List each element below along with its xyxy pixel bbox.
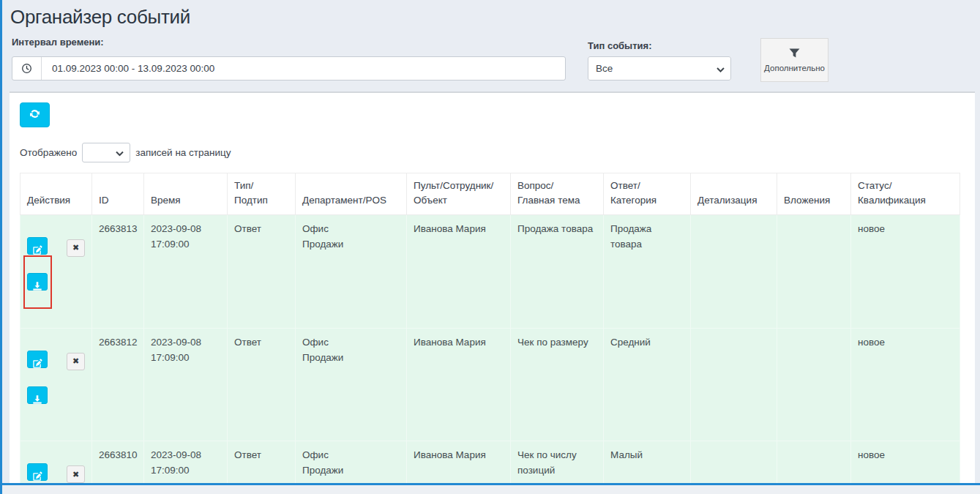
column-header-question: Вопрос/ Главная тема [511,173,604,215]
cell-employee: Иванова Мария [407,328,511,441]
cell-actions: ✖ [20,328,92,441]
interval-input-group [12,56,566,81]
cell-status: новое [851,328,960,441]
cell-type: Ответ [228,441,296,483]
edit-icon [32,234,42,258]
column-header-answer: Ответ/ Категория [604,173,691,215]
delete-event-button[interactable]: ✖ [67,353,85,370]
download-highlight-box [27,371,48,419]
cell-employee: Иванова Мария [407,441,511,483]
cell-id: 2663810 [92,441,144,483]
page-size-select[interactable] [82,143,130,162]
delete-event-button[interactable]: ✖ [67,465,85,483]
more-filters-button[interactable]: Дополнительно [760,38,828,82]
cell-type: Ответ [228,328,296,441]
download-highlight-box [27,258,48,306]
refresh-button[interactable] [20,102,50,127]
cell-detail [691,441,777,483]
column-header-department: Департамент/POS [296,173,407,215]
column-header-id: ID [92,173,144,215]
footer-strip [2,485,980,494]
filter-section: Органайзер событий Интервал времени: Тип… [2,0,980,91]
x-icon: ✖ [72,244,79,252]
filter-icon [789,48,800,59]
x-icon: ✖ [72,357,79,365]
cell-question: Продажа товара [511,215,604,329]
cell-time: 2023-09-08 17:09:00 [144,328,228,441]
cell-type: Ответ [228,215,296,329]
cell-id: 2663813 [92,215,144,329]
cell-department: Офис Продажи [296,441,407,483]
table-row: ✖ 2663810 2023-09-08 17:09:00 Ответ Офис… [20,441,960,483]
cell-attachments [777,215,851,329]
download-icon [32,270,42,293]
table-body: ✖ 2663813 2023-09-08 17:09:00 Ответ Офис… [20,215,960,484]
refresh-icon [29,108,41,122]
page-size-select-wrap [82,143,130,162]
events-table: Действия ID Время Тип/ Подтип Департамен… [20,173,960,483]
panel-bottom-border [0,483,980,485]
window-left-border [0,0,2,494]
edit-icon [32,348,42,371]
event-type-select[interactable]: Все [588,56,731,81]
edit-event-button[interactable] [27,237,48,255]
event-type-select-wrap: Все [588,56,731,81]
cell-department: Офис Продажи [296,328,407,441]
column-header-type: Тип/ Подтип [228,173,296,215]
edit-event-button[interactable] [27,351,48,368]
cell-answer: Малый [604,441,691,483]
cell-status: новое [851,441,960,483]
cell-question: Чек по числу позиций [511,441,604,483]
shown-label: Отображено [20,147,77,158]
cell-department: Офис Продажи [296,215,407,329]
cell-status: новое [851,215,960,329]
edit-icon [32,460,42,483]
event-type-label: Тип события: [588,40,651,51]
cell-time: 2023-09-08 17:09:00 [144,215,228,329]
more-filters-label: Дополнительно [764,64,825,72]
column-header-actions: Действия [20,173,92,215]
table-row: ✖ 2663812 2023-09-08 17:09:00 Ответ Офис… [20,328,960,441]
cell-id: 2663812 [92,328,144,441]
table-row: ✖ 2663813 2023-09-08 17:09:00 Ответ Офис… [20,215,960,329]
page-size-row: Отображено записей на страницу [20,143,231,162]
column-header-time: Время [144,173,228,215]
delete-event-button[interactable]: ✖ [67,239,85,257]
cell-attachments [777,328,851,441]
table-header-row: Действия ID Время Тип/ Подтип Департамен… [20,173,960,215]
cell-actions: ✖ [20,441,92,483]
interval-input[interactable] [42,57,565,80]
column-header-attachments: Вложения [777,173,851,215]
per-page-label: записей на страницу [135,147,231,158]
cell-question: Чек по размеру [511,328,604,441]
cell-actions: ✖ [20,215,92,329]
events-panel: Отображено записей на страницу Действия … [10,91,975,483]
download-icon [32,383,42,407]
page-title: Органайзер событий [10,6,190,29]
cell-time: 2023-09-08 17:09:00 [144,441,228,483]
cell-attachments [777,441,851,483]
clock-icon [12,57,42,80]
interval-label: Интервал времени: [12,37,104,48]
column-header-employee: Пульт/Сотрудник/ Объект [407,173,511,215]
column-header-detail: Детализация [691,173,777,215]
cell-answer: Продажа товара [604,215,691,329]
cell-detail [691,328,777,441]
cell-detail [691,215,777,329]
download-event-button[interactable] [27,386,48,404]
column-header-status: Статус/ Квалификация [851,173,960,215]
cell-answer: Средний [604,328,691,441]
edit-event-button[interactable] [27,463,48,481]
x-icon: ✖ [72,471,79,479]
download-event-button[interactable] [27,273,48,291]
cell-employee: Иванова Мария [407,215,511,329]
